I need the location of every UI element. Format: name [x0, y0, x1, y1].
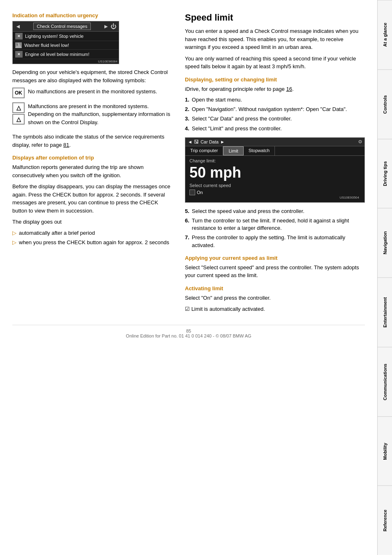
applying-header: Applying your current speed as limit: [185, 255, 365, 261]
step-3-num: 3.: [185, 115, 189, 123]
tab-at-a-glance-label: At a glance: [383, 23, 387, 47]
ok-symbol-text: No malfunctions are present in the monit…: [28, 88, 157, 96]
speed-limit-title: Speed limit: [185, 12, 365, 23]
idrive-speed-value: 50 mph: [189, 164, 360, 181]
page-ref-81[interactable]: 81: [63, 142, 69, 148]
tab-communications-label: Communications: [383, 363, 387, 400]
idrive-ref: iDrive, for operating principle refer to…: [185, 85, 365, 93]
step-6-text: Turn the controller to set the limit. If…: [192, 217, 365, 232]
step-5: 5. Select the speed value and press the …: [185, 208, 365, 215]
page-ref-16[interactable]: 16: [286, 86, 292, 92]
idrive-tabs-row: Trip computer Limit Stopwatch: [185, 146, 364, 156]
activating-text1: Select "On" and press the controller.: [185, 294, 365, 302]
warning-triangle-symbol-1: △: [12, 102, 25, 113]
tab-entertainment[interactable]: Entertainment: [378, 278, 392, 347]
step-3: 3. Select "Car Data" and press the contr…: [185, 115, 365, 123]
image-watermark: US10E96084: [13, 59, 119, 64]
activating-header: Activating limit: [185, 285, 365, 291]
intro-text-2: You are only warned of reaching this spe…: [185, 55, 365, 71]
symbol-row-ok: OK No malfunctions are present in the mo…: [12, 88, 173, 99]
tab-mobility-label: Mobility: [383, 443, 387, 460]
idrive-change-label: Change limit:: [189, 158, 360, 163]
idrive-forward-arrow: ►: [220, 139, 225, 144]
step-6-num: 6.: [185, 217, 189, 232]
cc-item-text-2: Washer fluid level low!: [24, 43, 69, 48]
bullet-list: ▷ automatically after a brief period ▷ w…: [12, 229, 173, 246]
page-number: 85: [186, 328, 191, 333]
bullet-item-2: ▷ when you press the CHECK button again …: [12, 239, 173, 246]
idrive-on-checkbox[interactable]: [189, 190, 195, 195]
cc-warning-icon-1: ✕: [15, 33, 23, 39]
tab-controls[interactable]: Controls: [378, 69, 392, 139]
cc-header-row: ◄ Check Control messages ► ⏻: [13, 21, 119, 32]
step-3-text: Select "Car Data" and press the controll…: [192, 115, 292, 123]
step-1-text: Open the start menu.: [192, 96, 242, 104]
tab-mobility[interactable]: Mobility: [378, 416, 392, 486]
page-footer: 85 Online Edition for Part no. 01 41 0 0…: [12, 325, 365, 338]
idrive-select-speed-label: Select current speed: [189, 183, 360, 188]
bullet-arrow-2: ▷: [12, 239, 16, 246]
step-2-num: 2.: [185, 106, 189, 113]
idrive-car-icon: 🖫: [194, 139, 199, 145]
tab-reference[interactable]: Reference: [378, 486, 392, 555]
applying-text: Select "Select current speed" and press …: [185, 264, 365, 280]
cc-item-text-1: Lighting system! Stop vehicle: [25, 34, 83, 39]
symbols-note: The symbols also indicate the status of …: [12, 133, 173, 149]
step-2: 2. Open "Navigation". Without navigation…: [185, 106, 365, 113]
bullet-item-1: ▷ automatically after a brief period: [12, 229, 173, 237]
step-1-num: 1.: [185, 96, 189, 104]
tab-communications[interactable]: Communications: [378, 347, 392, 416]
bullet-arrow-1: ▷: [12, 229, 16, 237]
idrive-tab-limit-label: Limit: [228, 148, 238, 153]
idrive-body: Change limit: 50 mph Select current spee…: [185, 156, 364, 202]
displays-after-header: Displays after completion of trip: [12, 155, 173, 161]
step-5-text: Select the speed value and press the con…: [192, 208, 304, 215]
bullet-text-2: when you press the CHECK button again fo…: [19, 239, 169, 246]
cc-power-btn[interactable]: ⏻: [111, 23, 116, 30]
cc-item-text-3: Engine oil level below minimum!: [25, 52, 90, 57]
displays-after-text1: Malfunction reports generated during the…: [12, 163, 173, 179]
step-2-text: Open "Navigation". Without navigation sy…: [192, 106, 347, 113]
activating-auto-text: Limit is automatically activated.: [191, 306, 265, 312]
step-5-num: 5.: [185, 208, 189, 215]
malfunction-section-header: Indication of malfunction urgency: [12, 12, 173, 18]
check-control-display: ◄ Check Control messages ► ⏻ ✕ Lighting …: [12, 21, 119, 64]
cc-back-btn[interactable]: ◄: [15, 23, 21, 30]
tab-reference-label: Reference: [383, 510, 387, 532]
warning-symbol-text: Malfunctions are present in the monitore…: [28, 102, 173, 127]
activating-text2: ☑ Limit is automatically activated.: [185, 305, 365, 313]
cc-forward-btn[interactable]: ►: [103, 23, 109, 30]
idrive-settings-icon[interactable]: ⊙: [358, 139, 362, 144]
idrive-tab-stopwatch[interactable]: Stopwatch: [244, 146, 275, 155]
footer-text: Online Edition for Part no. 01 41 0 014 …: [126, 333, 251, 338]
body-text-symbols-intro: Depending on your vehicle's equipment, t…: [12, 68, 173, 84]
intro-text-1: You can enter a speed and a Check Contro…: [185, 27, 365, 51]
tab-navigation-label: Navigation: [383, 231, 387, 254]
tab-driving-tips-label: Driving tips: [383, 161, 387, 186]
step-4-num: 4.: [185, 125, 189, 132]
idrive-header-label: Car Data: [201, 139, 219, 144]
step-7-text: Press the controller to apply the settin…: [192, 234, 365, 249]
tab-entertainment-label: Entertainment: [383, 297, 387, 328]
idrive-on-row: On: [189, 190, 360, 195]
side-tabs-container: At a glance Controls Driving tips Naviga…: [377, 0, 392, 555]
step-1: 1. Open the start menu.: [185, 96, 365, 104]
idrive-tab-stopwatch-label: Stopwatch: [249, 148, 270, 153]
steps-list-part2: 5. Select the speed value and press the …: [185, 208, 365, 249]
cc-warning-icon-2: !: [15, 42, 22, 48]
symbol-row-warn: △ △ Malfunctions are present in the moni…: [12, 102, 173, 130]
idrive-tab-trip-label: Trip computer: [190, 148, 218, 153]
step-7-num: 7.: [185, 234, 189, 249]
cc-item-1: ✕ Lighting system! Stop vehicle: [13, 32, 119, 41]
displays-after-text2: Before the display disappears, you can d…: [12, 183, 173, 215]
tab-at-a-glance[interactable]: At a glance: [378, 0, 392, 69]
tab-navigation[interactable]: Navigation: [378, 208, 392, 278]
idrive-tab-limit[interactable]: Limit: [223, 146, 243, 155]
idrive-header: ◄ 🖫 Car Data ► ⊙: [185, 138, 364, 146]
displaying-header: Displaying, setting or changing limit: [185, 76, 365, 83]
idrive-tab-trip-computer[interactable]: Trip computer: [185, 146, 223, 155]
tab-driving-tips[interactable]: Driving tips: [378, 139, 392, 208]
idrive-watermark: US10E93504: [189, 195, 360, 200]
steps-list-part1: 1. Open the start menu. 2. Open "Navigat…: [185, 96, 365, 132]
ok-symbol: OK: [12, 88, 25, 98]
